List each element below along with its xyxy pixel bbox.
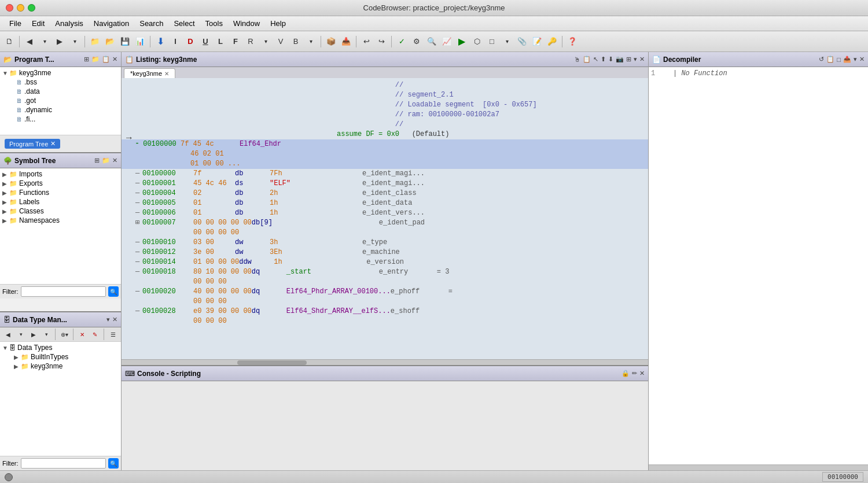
decompiler-scrollbar[interactable] bbox=[649, 464, 868, 470]
toolbar-down[interactable]: ⬇ bbox=[153, 35, 167, 49]
toolbar-script[interactable]: 📝 bbox=[530, 35, 544, 49]
toolbar-chart[interactable]: 📈 bbox=[440, 35, 454, 49]
menu-search[interactable]: Search bbox=[135, 18, 168, 29]
expand-icon[interactable]: ▶ bbox=[2, 171, 9, 178]
toolbar-btn3[interactable]: 💾 bbox=[118, 35, 132, 49]
toolbar-d[interactable]: D bbox=[183, 35, 197, 49]
listing-dropdown[interactable]: ▾ bbox=[634, 56, 637, 63]
tab-keyg3nme[interactable]: *keyg3nme ✕ bbox=[124, 68, 175, 78]
toolbar-redo[interactable]: ↪ bbox=[374, 35, 388, 49]
maximize-button[interactable] bbox=[28, 4, 35, 12]
listing-close[interactable]: ✕ bbox=[639, 56, 645, 63]
symbol-labels[interactable]: ▶ 📁 Labels bbox=[0, 197, 121, 207]
toolbar-back-arrow[interactable]: ▾ bbox=[38, 35, 52, 49]
dt-root[interactable]: ▼ 🗄 Data Types bbox=[0, 343, 121, 352]
toolbar-help2[interactable]: ❓ bbox=[565, 35, 579, 49]
listing-camera[interactable]: 📷 bbox=[616, 56, 624, 63]
toolbar-btn1[interactable]: 📁 bbox=[88, 35, 102, 49]
h-scrollbar[interactable] bbox=[122, 359, 648, 365]
menu-file[interactable]: File bbox=[5, 18, 26, 29]
dt-btn-group[interactable]: ⊕▾ bbox=[58, 329, 70, 340]
toolbar-v[interactable]: V bbox=[274, 35, 288, 49]
toolbar-play[interactable]: ▶ bbox=[455, 35, 469, 49]
menu-edit[interactable]: Edit bbox=[27, 18, 49, 29]
expand-icon[interactable]: ▶ bbox=[14, 354, 21, 360]
listing-layout[interactable]: ⊞ bbox=[626, 56, 631, 63]
toolbar-debug[interactable]: 🔑 bbox=[545, 35, 559, 49]
tree-item-root[interactable]: ▼ 📁 keyg3nme bbox=[0, 68, 121, 78]
console-edit[interactable]: ✏ bbox=[632, 370, 637, 377]
decompiler-dropdown[interactable]: ▾ bbox=[854, 56, 857, 63]
console-lock[interactable]: 🔒 bbox=[621, 370, 630, 377]
toolbar-u[interactable]: U bbox=[198, 35, 212, 49]
tree-item-fi[interactable]: 🗎 .fi... bbox=[0, 115, 121, 124]
toolbar-l[interactable]: L bbox=[214, 35, 227, 49]
listing-icon2[interactable]: 📋 bbox=[583, 56, 591, 63]
tree-item-dynamic[interactable]: 🗎 .dynamic bbox=[0, 105, 121, 115]
toolbar-check[interactable]: ✓ bbox=[395, 35, 409, 49]
symbol-tree-icon2[interactable]: 📁 bbox=[102, 157, 110, 164]
toolbar-i[interactable]: I bbox=[168, 35, 182, 49]
menu-analysis[interactable]: Analysis bbox=[50, 18, 87, 29]
listing-icon4[interactable]: ⬇ bbox=[608, 56, 613, 63]
expand-icon[interactable]: ▶ bbox=[2, 190, 9, 196]
toolbar-back[interactable]: ◀ bbox=[23, 35, 36, 49]
data-type-dropdown[interactable]: ▾ bbox=[106, 316, 110, 323]
symbol-classes[interactable]: ▶ 📁 Classes bbox=[0, 207, 121, 216]
symbol-tree-close[interactable]: ✕ bbox=[112, 157, 117, 164]
decompiler-icon2[interactable]: □ bbox=[837, 56, 841, 63]
decompiler-close[interactable]: ✕ bbox=[859, 56, 865, 63]
tree-toggle[interactable]: ▼ bbox=[2, 70, 9, 76]
dt-builtin[interactable]: ▶ 📁 BuiltInTypes bbox=[0, 352, 121, 362]
expand-icon[interactable]: ▶ bbox=[2, 217, 9, 224]
symbol-imports[interactable]: ▶ 📁 Imports bbox=[0, 169, 121, 179]
toolbar-b-arrow[interactable]: ▾ bbox=[304, 35, 318, 49]
toolbar-forward-arrow[interactable]: ▾ bbox=[68, 35, 82, 49]
toolbar-btn4[interactable]: 📊 bbox=[133, 35, 147, 49]
dt-filter-button[interactable]: 🔍 bbox=[108, 458, 119, 469]
tree-item-data[interactable]: 🗎 .data bbox=[0, 87, 121, 96]
decompiler-icon1[interactable]: 📋 bbox=[826, 56, 834, 63]
menu-navigation[interactable]: Navigation bbox=[89, 18, 134, 29]
listing-content[interactable]: → // // segment_2.1 // Loadable segment … bbox=[122, 78, 648, 359]
dt-btn-expand[interactable]: ☰ bbox=[107, 329, 119, 340]
dt-btn-forward-arrow[interactable]: ▾ bbox=[41, 329, 52, 340]
window-controls[interactable] bbox=[6, 4, 35, 12]
decompiler-refresh[interactable]: ↺ bbox=[819, 56, 824, 63]
data-type-close[interactable]: ✕ bbox=[112, 316, 117, 323]
close-button[interactable] bbox=[6, 4, 13, 12]
decompiler-export[interactable]: 📤 bbox=[843, 56, 851, 63]
expand-icon[interactable]: ▼ bbox=[2, 345, 9, 351]
listing-icon3[interactable]: ⬆ bbox=[601, 56, 606, 63]
dt-keyg3nme[interactable]: ▶ 📁 keyg3nme bbox=[0, 362, 121, 371]
toolbar-f[interactable]: F bbox=[229, 35, 242, 49]
program-tree-icon3[interactable]: 📋 bbox=[102, 56, 110, 63]
toolbar-btn2[interactable]: 📂 bbox=[103, 35, 117, 49]
symbol-namespaces[interactable]: ▶ 📁 Namespaces bbox=[0, 216, 121, 225]
dt-btn-forward[interactable]: ▶ bbox=[28, 329, 39, 340]
toolbar-square[interactable]: □ bbox=[485, 35, 499, 49]
menu-select[interactable]: Select bbox=[169, 18, 199, 29]
toolbar-new[interactable]: 🗋 bbox=[2, 35, 16, 49]
toolbar-r[interactable]: R bbox=[244, 35, 258, 49]
program-tree-btn-close[interactable]: ✕ bbox=[50, 140, 56, 148]
menu-help[interactable]: Help bbox=[266, 18, 290, 29]
program-tree-button[interactable]: Program Tree ✕ bbox=[5, 139, 60, 149]
symbol-tree-icon1[interactable]: ⊞ bbox=[94, 157, 100, 164]
toolbar-clip[interactable]: 📎 bbox=[515, 35, 529, 49]
symbol-exports[interactable]: ▶ 📁 Exports bbox=[0, 179, 121, 188]
dt-filter-input[interactable] bbox=[21, 458, 106, 469]
program-tree-close[interactable]: ✕ bbox=[112, 56, 117, 63]
tree-item-got[interactable]: 🗎 .got bbox=[0, 96, 121, 105]
tab-close-icon[interactable]: ✕ bbox=[164, 71, 169, 77]
toolbar-forward[interactable]: ▶ bbox=[53, 35, 67, 49]
toolbar-gear1[interactable]: ⚙ bbox=[410, 35, 424, 49]
toolbar-import[interactable]: 📥 bbox=[339, 35, 353, 49]
symbol-functions[interactable]: ▶ 📁 Functions bbox=[0, 188, 121, 197]
minimize-button[interactable] bbox=[17, 4, 24, 12]
dt-btn-back-arrow[interactable]: ▾ bbox=[15, 329, 27, 340]
toolbar-b[interactable]: B bbox=[289, 35, 303, 49]
dt-btn-back[interactable]: ◀ bbox=[2, 329, 14, 340]
menu-window[interactable]: Window bbox=[229, 18, 264, 29]
expand-icon[interactable]: ▶ bbox=[2, 180, 9, 187]
